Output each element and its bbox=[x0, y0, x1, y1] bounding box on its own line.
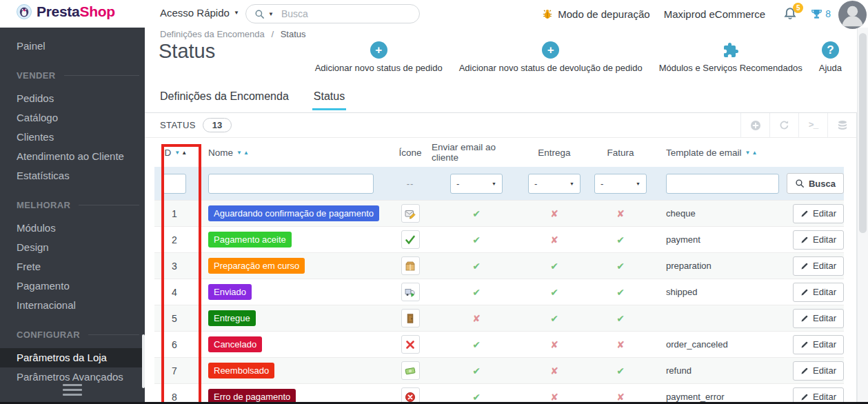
search-type-chevron-icon[interactable]: ▼ bbox=[268, 11, 274, 17]
quick-access-menu[interactable]: Acesso Rápido ▼ bbox=[160, 7, 239, 19]
help-button[interactable]: ? Ajuda bbox=[819, 41, 842, 73]
prestashop-mascot-icon bbox=[17, 4, 32, 19]
breadcrumb: Definições da Encomenda / Status bbox=[160, 29, 306, 39]
filter-template-input[interactable] bbox=[666, 174, 779, 194]
filter-fatura-select[interactable]: -▼ bbox=[594, 174, 647, 194]
sidebar-nav: Painel VENDER Pedidos Catálogo Clientes … bbox=[0, 23, 145, 404]
email-template: shipped bbox=[654, 287, 785, 297]
scrollbar-thumb[interactable] bbox=[859, 33, 867, 233]
status-id: 5 bbox=[154, 313, 194, 324]
tab-status[interactable]: Status bbox=[314, 90, 345, 110]
pencil-icon bbox=[800, 210, 809, 218]
sidebar-item-internacional[interactable]: Internacional bbox=[0, 296, 145, 315]
email-mark bbox=[432, 313, 521, 324]
status-name-badge: Preparação em curso bbox=[208, 258, 305, 274]
trophy-count: 8 bbox=[825, 8, 831, 19]
sidebar-scrollbar[interactable] bbox=[142, 334, 145, 388]
sidebar-item-frete[interactable]: Frete bbox=[0, 257, 145, 276]
prestashop-logo[interactable]: PrestaShop bbox=[0, 0, 145, 23]
edit-button[interactable]: Editar bbox=[793, 309, 844, 328]
add-order-status-button[interactable]: + Adicionar novo status de pedido bbox=[315, 41, 443, 73]
debug-mode-link[interactable]: Modo de depuração bbox=[542, 8, 649, 20]
invoice-mark bbox=[587, 234, 654, 245]
refresh-icon[interactable] bbox=[769, 113, 798, 138]
sidebar-item-design[interactable]: Design bbox=[0, 238, 145, 257]
table-row[interactable]: 6 Cancelado order_canceled Editar bbox=[154, 331, 844, 357]
status-id: 6 bbox=[154, 339, 194, 350]
filter-nome-input[interactable] bbox=[208, 174, 374, 194]
status-name-badge: Aguardando confirmação de pagamento bbox=[208, 205, 379, 221]
tab-definicoes-da-encomenda[interactable]: Definições da Encomenda bbox=[160, 90, 289, 110]
add-icon[interactable] bbox=[740, 113, 769, 138]
sidebar-item-pagamento[interactable]: Pagamento bbox=[0, 276, 145, 296]
table-header-row: ID ▼▲ Nome ▼▲ Ícone Enviar email ao clie… bbox=[154, 138, 844, 167]
filter-email-select[interactable]: -▼ bbox=[450, 174, 503, 194]
filter-id-input[interactable] bbox=[163, 174, 186, 194]
edit-button[interactable]: Editar bbox=[793, 204, 844, 223]
sort-asc-icon[interactable]: ▲ bbox=[243, 150, 249, 156]
email-mark bbox=[432, 365, 521, 376]
table-row[interactable]: 5 Entregue Editar bbox=[154, 305, 844, 331]
table-row[interactable]: 2 Pagamento aceite payment Editar bbox=[154, 226, 844, 252]
bug-icon bbox=[542, 8, 553, 19]
sidebar-item-painel[interactable]: Painel bbox=[0, 37, 145, 56]
breadcrumb-parent[interactable]: Definições da Encomenda bbox=[160, 29, 265, 39]
sort-asc-icon[interactable]: ▲ bbox=[181, 150, 187, 156]
breadcrumb-current: Status bbox=[281, 29, 306, 39]
column-header-id[interactable]: ID ▼▲ bbox=[154, 148, 194, 158]
logo-text: PrestaShop bbox=[37, 3, 115, 20]
table-row[interactable]: 8 Erro de pagamento payment_error Editar bbox=[154, 383, 844, 404]
edit-button[interactable]: Editar bbox=[793, 230, 844, 250]
page-tabs: Definições da Encomenda Status bbox=[160, 90, 345, 110]
status-icon-package bbox=[401, 256, 420, 275]
database-icon[interactable] bbox=[827, 113, 856, 138]
edit-button[interactable]: Editar bbox=[793, 256, 844, 276]
notifications-button[interactable]: 5 bbox=[783, 7, 797, 21]
chevron-down-icon: ▼ bbox=[492, 181, 496, 186]
sidebar-item-atendimento[interactable]: Atendimento ao Cliente bbox=[0, 147, 145, 166]
column-header-nome[interactable]: Nome ▼▲ bbox=[194, 148, 389, 158]
chevron-down-icon: ▼ bbox=[234, 10, 239, 16]
gamification-button[interactable]: 8 bbox=[811, 8, 831, 20]
shop-name-link[interactable]: Maxiprod eCommerce bbox=[664, 8, 766, 20]
page-scrollbar[interactable] bbox=[857, 28, 868, 404]
sort-desc-icon[interactable]: ▼ bbox=[236, 150, 242, 156]
recommended-modules-button[interactable]: Módulos e Serviços Recomendados bbox=[659, 41, 803, 73]
status-icon-truck bbox=[401, 283, 420, 301]
sidebar-item-pedidos[interactable]: Pedidos bbox=[0, 89, 145, 108]
table-row[interactable]: 4 Enviado shipped Editar bbox=[154, 279, 844, 305]
status-id: 3 bbox=[154, 261, 194, 272]
table-row[interactable]: 7 Reembolsado refund Editar bbox=[154, 357, 844, 383]
edit-button[interactable]: Editar bbox=[793, 283, 844, 302]
sidebar-section-vender: VENDER bbox=[0, 65, 145, 85]
sidebar-section-configurar: CONFIGURAR bbox=[0, 324, 145, 345]
global-search-box[interactable]: ▼ bbox=[245, 4, 420, 23]
search-input[interactable] bbox=[281, 8, 411, 19]
search-button[interactable]: Busca bbox=[787, 173, 844, 194]
sidebar-item-clientes[interactable]: Clientes bbox=[0, 128, 145, 147]
user-avatar[interactable] bbox=[838, 1, 867, 29]
column-header-template[interactable]: Template de email ▼▲ bbox=[654, 148, 785, 158]
status-icon-money bbox=[401, 361, 420, 380]
sidebar-item-estatisticas[interactable]: Estatísticas bbox=[0, 166, 145, 185]
trophy-icon bbox=[811, 8, 822, 20]
sort-desc-icon[interactable]: ▼ bbox=[174, 150, 180, 156]
status-id: 4 bbox=[154, 287, 194, 298]
filter-entrega-select[interactable]: -▼ bbox=[528, 174, 581, 194]
sidebar-item-catalogo[interactable]: Catálogo bbox=[0, 108, 145, 128]
edit-button[interactable]: Editar bbox=[793, 361, 844, 381]
sidebar-item-modulos[interactable]: Módulos bbox=[0, 219, 145, 238]
table-row[interactable]: 1 Aguardando confirmação de pagamento ch… bbox=[154, 200, 844, 226]
delivery-mark bbox=[521, 234, 587, 245]
terminal-icon[interactable]: >_ bbox=[798, 113, 827, 138]
add-return-status-button[interactable]: + Adicionar novo status de devolução de … bbox=[459, 41, 643, 73]
table-row[interactable]: 3 Preparação em curso preparation Editar bbox=[154, 252, 844, 279]
sidebar-item-parametros-da-loja[interactable]: Parâmetros da Loja bbox=[0, 348, 145, 367]
sort-desc-icon[interactable]: ▼ bbox=[745, 150, 751, 156]
delivery-mark bbox=[521, 208, 587, 219]
sort-asc-icon[interactable]: ▲ bbox=[751, 150, 757, 156]
plus-icon: + bbox=[370, 41, 387, 59]
sidebar-collapse-icon[interactable] bbox=[0, 384, 145, 396]
edit-button[interactable]: Editar bbox=[793, 335, 844, 354]
status-id: 1 bbox=[154, 208, 194, 219]
